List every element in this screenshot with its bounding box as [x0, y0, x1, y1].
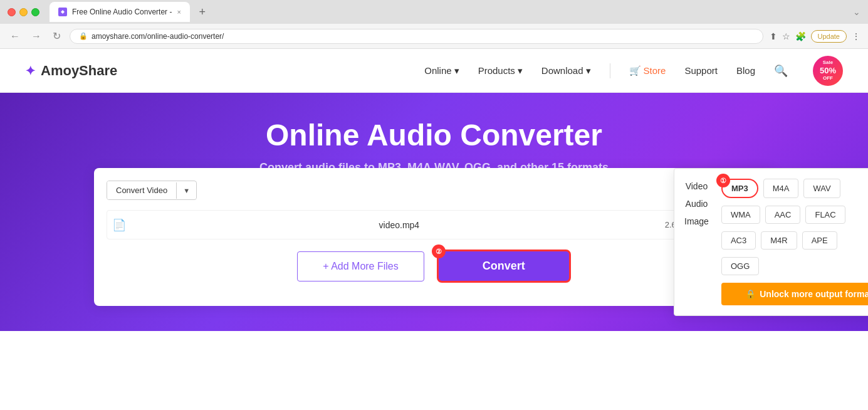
- url-text: amoyshare.com/online-audio-converter/: [92, 32, 224, 41]
- nav-links: Online ▾ Products ▾ Download ▾ 🛒 Store S…: [424, 56, 843, 86]
- browser-navbar: ← → ↻ 🔒 amoyshare.com/online-audio-conve…: [0, 24, 868, 49]
- site-header: ✦ AmoyShare Online ▾ Products ▾ Download…: [0, 49, 868, 93]
- lock-icon: 🔒: [79, 32, 88, 40]
- window-controls: ⌄: [853, 7, 860, 17]
- format-ac3[interactable]: AC3: [721, 231, 756, 250]
- convert-video-label: Convert Video: [107, 181, 176, 199]
- logo[interactable]: ✦ AmoyShare: [25, 63, 117, 79]
- update-button[interactable]: Update: [811, 30, 847, 43]
- browser-tabs: Free Online Audio Converter - × +: [50, 2, 848, 22]
- file-name: video.mp4: [133, 220, 665, 230]
- unlock-label: Unlock more output formats: [760, 289, 868, 299]
- tab-favicon: [58, 8, 67, 16]
- sale-badge[interactable]: Sale 50% OFF: [813, 56, 843, 86]
- hero-title: Online Audio Converter: [13, 118, 855, 152]
- logo-icon: ✦: [25, 63, 36, 78]
- file-icon: 📄: [112, 218, 126, 232]
- traffic-lights: [8, 8, 39, 16]
- close-button[interactable]: [8, 8, 16, 16]
- refresh-button[interactable]: ↻: [50, 29, 63, 43]
- format-aac[interactable]: AAC: [765, 206, 801, 224]
- format-row-2: WMA AAC FLAC: [721, 206, 868, 224]
- back-button[interactable]: ←: [8, 29, 23, 43]
- format-row-3: AC3 M4R APE: [721, 231, 868, 250]
- image-category[interactable]: Image: [684, 216, 709, 226]
- convert-video-arrow[interactable]: ▼: [176, 182, 196, 199]
- hero-section: Online Audio Converter Convert audio fil…: [0, 93, 868, 331]
- step1-badge: ①: [716, 174, 730, 187]
- converter-toolbar: Convert Video ▼ Convert file to ... ▼: [107, 181, 761, 200]
- nav-online[interactable]: Online ▾: [424, 65, 459, 76]
- format-row-4: OGG: [721, 257, 868, 275]
- browser-titlebar: Free Online Audio Converter - × + ⌄: [0, 0, 868, 24]
- sale-text: Sale: [823, 60, 833, 66]
- nav-store[interactable]: 🛒 Store: [629, 65, 666, 76]
- format-categories: Video Audio Image: [684, 179, 709, 305]
- audio-category[interactable]: Audio: [684, 199, 709, 209]
- video-category[interactable]: Video: [684, 181, 709, 191]
- bookmark-icon[interactable]: ⬆: [770, 31, 777, 41]
- star-icon[interactable]: ☆: [782, 31, 790, 41]
- unlock-formats-button[interactable]: 🔒 Unlock more output formats: [721, 283, 868, 305]
- minimize-button[interactable]: [19, 8, 28, 16]
- browser-chrome: Free Online Audio Converter - × + ⌄ ← → …: [0, 0, 868, 49]
- format-ape[interactable]: APE: [802, 231, 837, 250]
- format-panel: Video Audio Image ① MP3 M4A WAV: [674, 168, 868, 316]
- extension-icon[interactable]: 🧩: [795, 31, 806, 41]
- file-row: 📄 video.mp4 2.68MB to MP3 ▼: [107, 210, 761, 239]
- cart-icon: 🛒: [629, 65, 641, 76]
- new-tab-button[interactable]: +: [195, 4, 210, 19]
- format-m4a[interactable]: M4A: [763, 179, 799, 198]
- unlock-lock-icon: 🔒: [745, 289, 756, 299]
- nav-actions: ⬆ ☆ 🧩 Update ⋮: [770, 30, 860, 43]
- maximize-button[interactable]: [31, 8, 39, 16]
- nav-support[interactable]: Support: [684, 65, 718, 76]
- address-bar[interactable]: 🔒 amoyshare.com/online-audio-converter/: [70, 29, 763, 44]
- format-flac[interactable]: FLAC: [805, 206, 845, 224]
- format-m4r[interactable]: M4R: [761, 231, 797, 250]
- logo-text: AmoyShare: [41, 63, 117, 79]
- convert-video-dropdown[interactable]: Convert Video ▼: [107, 181, 197, 200]
- nav-blog[interactable]: Blog: [736, 65, 755, 76]
- format-wma[interactable]: WMA: [721, 206, 760, 224]
- sale-percent: 50%: [820, 66, 836, 76]
- website: ✦ AmoyShare Online ▾ Products ▾ Download…: [0, 49, 868, 410]
- search-icon[interactable]: 🔍: [774, 64, 788, 78]
- nav-divider: [610, 63, 610, 78]
- more-menu-button[interactable]: ⋮: [852, 31, 860, 41]
- step2-badge: ②: [432, 244, 446, 258]
- format-ogg[interactable]: OGG: [721, 257, 759, 275]
- tab-close-button[interactable]: ×: [177, 8, 180, 16]
- convert-button[interactable]: ② Convert: [437, 250, 571, 283]
- tab-title: Free Online Audio Converter -: [72, 8, 172, 16]
- active-tab[interactable]: Free Online Audio Converter - ×: [50, 2, 190, 22]
- nav-products[interactable]: Products ▾: [478, 65, 523, 76]
- format-wav[interactable]: WAV: [803, 179, 840, 198]
- forward-button[interactable]: →: [29, 29, 44, 43]
- nav-download[interactable]: Download ▾: [541, 65, 591, 76]
- converter-area: Convert Video ▼ Convert file to ... ▼ 📄 …: [94, 168, 774, 306]
- action-buttons: + Add More Files ② Convert: [107, 250, 761, 283]
- sale-off: OFF: [823, 75, 833, 81]
- format-row-1: MP3 M4A WAV: [721, 179, 868, 198]
- add-files-button[interactable]: + Add More Files: [297, 251, 424, 281]
